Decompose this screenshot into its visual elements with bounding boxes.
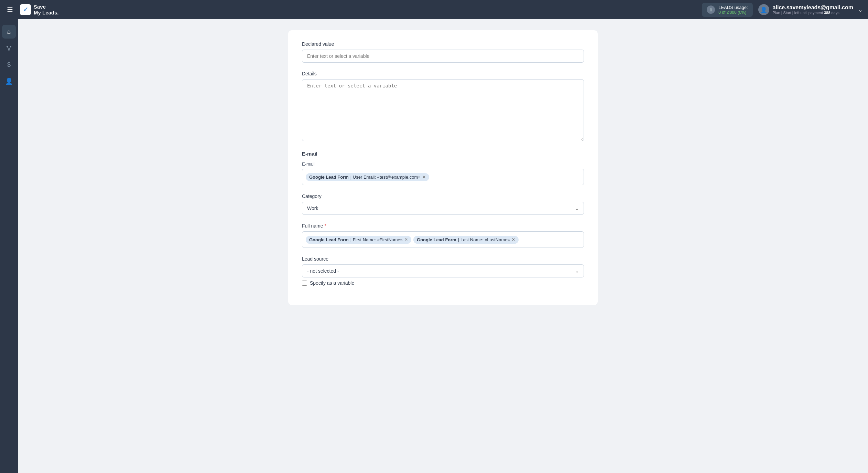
- user-email: alice.savemyleads@gmail.com: [773, 4, 853, 11]
- main-content: Declared value Details E-mail E-mail Goo…: [18, 19, 868, 473]
- user-plan: Plan | Start | left until payment 388 da…: [773, 11, 853, 15]
- lead-source-select-wrap: - not selected - Website Social Media Em…: [302, 264, 584, 277]
- logo-icon: ✓: [20, 4, 31, 15]
- category-label: Category: [302, 193, 584, 199]
- category-group: Category Work Home Other ⌄: [302, 193, 584, 215]
- email-tag-close[interactable]: ✕: [422, 175, 426, 179]
- specify-variable-label[interactable]: Specify as a variable: [310, 280, 354, 286]
- hamburger-menu[interactable]: ☰: [6, 4, 14, 15]
- app-logo: ✓ Save My Leads.: [20, 4, 59, 15]
- email-tag-input[interactable]: Google Lead Form | User Email: «test@exa…: [302, 169, 584, 185]
- sidebar-item-connections[interactable]: [2, 41, 16, 55]
- full-name-label: Full name *: [302, 223, 584, 229]
- lead-source-select[interactable]: - not selected - Website Social Media Em…: [302, 264, 584, 277]
- sidebar-item-home[interactable]: ⌂: [2, 25, 16, 39]
- user-menu-chevron[interactable]: ⌄: [858, 7, 862, 13]
- lead-source-label: Lead source: [302, 256, 584, 262]
- details-label: Details: [302, 71, 584, 76]
- svg-line-3: [7, 46, 9, 50]
- email-section: E-mail E-mail Google Lead Form | User Em…: [302, 151, 584, 185]
- email-section-title: E-mail: [302, 151, 584, 157]
- declared-value-input[interactable]: [302, 50, 584, 63]
- full-name-group: Full name * Google Lead Form | First Nam…: [302, 223, 584, 248]
- top-navigation: ☰ ✓ Save My Leads. ℹ LEADS usage: 0 of 2…: [0, 0, 868, 19]
- firstname-tag-close[interactable]: ✕: [404, 238, 408, 242]
- leads-usage-label: LEADS usage:: [718, 5, 748, 10]
- specify-variable-row: Specify as a variable: [302, 280, 584, 286]
- sidebar-item-billing[interactable]: $: [2, 58, 16, 72]
- lead-source-group: Lead source - not selected - Website Soc…: [302, 256, 584, 286]
- full-name-tag-input[interactable]: Google Lead Form | First Name: «FirstNam…: [302, 231, 584, 248]
- user-info-panel: 👤 alice.savemyleads@gmail.com Plan | Sta…: [758, 4, 862, 15]
- email-tag: Google Lead Form | User Email: «test@exa…: [306, 173, 429, 181]
- category-select-wrap: Work Home Other ⌄: [302, 202, 584, 215]
- declared-value-label: Declared value: [302, 41, 584, 47]
- svg-line-4: [9, 46, 11, 50]
- specify-variable-checkbox[interactable]: [302, 281, 307, 286]
- declared-value-group: Declared value: [302, 41, 584, 63]
- form-card: Declared value Details E-mail E-mail Goo…: [288, 30, 598, 305]
- lastname-tag-close[interactable]: ✕: [512, 238, 515, 242]
- details-group: Details: [302, 71, 584, 143]
- leads-usage-panel: ℹ LEADS usage: 0 of 2'000 (0%): [702, 3, 752, 17]
- avatar: 👤: [758, 4, 769, 15]
- email-sub-label: E-mail: [302, 161, 584, 167]
- info-icon: ℹ: [707, 6, 715, 14]
- sidebar: ⌂ $ 👤: [0, 19, 18, 473]
- required-indicator: *: [324, 223, 326, 229]
- sidebar-item-profile[interactable]: 👤: [2, 74, 16, 88]
- category-select[interactable]: Work Home Other: [302, 202, 584, 215]
- details-input[interactable]: [302, 79, 584, 141]
- full-name-tag-firstname: Google Lead Form | First Name: «FirstNam…: [306, 236, 411, 244]
- full-name-tag-lastname: Google Lead Form | Last Name: «LastName»…: [413, 236, 519, 244]
- app-title: Save My Leads.: [34, 4, 59, 15]
- leads-usage-count: 0 of 2'000 (0%): [718, 10, 748, 15]
